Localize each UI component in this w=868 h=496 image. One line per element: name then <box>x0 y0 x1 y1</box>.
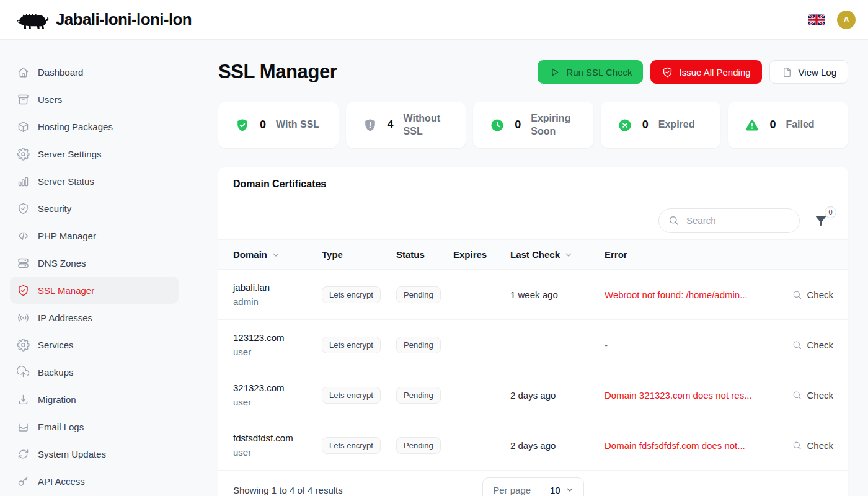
boar-icon <box>16 8 50 32</box>
check-button[interactable]: Check <box>774 340 833 350</box>
avatar[interactable]: A <box>837 11 856 29</box>
last-check-cell: 1 week ago <box>510 290 604 300</box>
domain-cell: 123123.com user <box>233 332 322 357</box>
table-header-row: DomainTypeStatusExpiresLast CheckError <box>218 240 848 270</box>
broadcast-icon <box>17 311 30 324</box>
sidebar-item-system-updates[interactable]: System Updates <box>10 440 179 467</box>
brand: Jabali-loni-loni-lon <box>16 8 192 32</box>
stat-label: Expiring Soon <box>531 112 586 138</box>
sidebar-item-email-logs[interactable]: Email Logs <box>10 413 179 440</box>
document-icon <box>781 66 793 78</box>
results-summary: Showing 1 to 4 of 4 results <box>233 485 482 495</box>
archive-icon <box>17 93 30 106</box>
sidebar-item-label: Migration <box>38 394 76 405</box>
search-box <box>658 208 800 233</box>
column-label: Status <box>396 249 425 260</box>
run-ssl-check-button[interactable]: Run SSL Check <box>538 60 643 84</box>
stat-card-failed: 0Failed <box>728 102 848 148</box>
column-header-expires: Expires <box>453 249 510 260</box>
per-page-select[interactable]: Per page 10 <box>482 477 584 496</box>
stat-value: 4 <box>388 118 394 131</box>
sidebar-item-ssl-manager[interactable]: SSL Manager <box>10 277 179 304</box>
topbar-right: A <box>808 11 856 29</box>
stat-card-without-ssl: 4Without SSL <box>346 102 466 148</box>
uk-flag-icon[interactable] <box>808 14 825 25</box>
type-badge: Lets encrypt <box>322 387 381 404</box>
search-icon <box>792 290 802 300</box>
search-input[interactable] <box>685 215 790 226</box>
domain-certificates-panel: Domain Certificates 0 DomainTypeStatusEx… <box>218 167 848 496</box>
main-content: SSL Manager Run SSL Check Issue All Pend… <box>218 40 848 496</box>
status-badge: Pending <box>396 387 441 404</box>
domain-owner: admin <box>233 296 322 307</box>
last-check-cell: 2 days ago <box>510 440 604 451</box>
sidebar-item-label: Server Status <box>38 176 94 187</box>
chevron-down-icon <box>271 250 281 260</box>
gear-icon <box>17 148 30 161</box>
sidebar-item-api-access[interactable]: API Access <box>10 467 179 495</box>
error-cell: Domain fdsfsdfdsf.com does not... <box>604 440 774 451</box>
shield-check-icon <box>17 284 30 297</box>
gear-icon <box>17 339 30 352</box>
inbox-icon <box>17 420 30 433</box>
stat-value: 0 <box>515 118 521 131</box>
issue-all-pending-button[interactable]: Issue All Pending <box>650 60 761 84</box>
sidebar-item-security[interactable]: Security <box>10 195 179 222</box>
check-button[interactable]: Check <box>774 440 833 451</box>
column-header-type: Type <box>322 249 396 260</box>
column-label: Type <box>322 249 343 260</box>
error-cell: Domain 321323.com does not res... <box>604 390 774 401</box>
status-badge: Pending <box>396 286 441 303</box>
type-badge: Lets encrypt <box>322 337 381 353</box>
sidebar-item-label: Backups <box>38 367 74 378</box>
cloud-upload-icon <box>17 366 30 379</box>
sidebar-item-server-settings[interactable]: Server Settings <box>10 140 179 167</box>
sidebar-item-services[interactable]: Services <box>10 331 179 358</box>
sidebar-item-server-status[interactable]: Server Status <box>10 167 179 195</box>
domain-owner: user <box>233 447 322 458</box>
shield-check-icon <box>17 202 30 215</box>
error-cell: Webroot not found: /home/admin... <box>604 290 774 300</box>
sidebar-item-dns-zones[interactable]: DNS Zones <box>10 249 179 277</box>
key-icon <box>17 475 30 488</box>
check-button[interactable]: Check <box>774 390 833 401</box>
sidebar-item-label: IP Addresses <box>38 312 92 323</box>
chevron-down-icon <box>564 250 574 260</box>
sidebar-item-backups[interactable]: Backups <box>10 358 179 386</box>
stat-label: With SSL <box>276 118 319 131</box>
sidebar-item-label: Dashboard <box>38 67 83 78</box>
table-footer: Showing 1 to 4 of 4 results Per page 10 <box>218 471 848 496</box>
domain-name: fdsfsdfdsf.com <box>233 433 322 443</box>
stat-card-expiring-soon: 0Expiring Soon <box>473 102 593 148</box>
shield-alert-fill-icon <box>363 118 378 133</box>
last-check-cell: 2 days ago <box>510 390 604 401</box>
sidebar-item-php-manager[interactable]: PHP Manager <box>10 222 179 249</box>
column-header-domain[interactable]: Domain <box>233 249 322 260</box>
stat-label: Without SSL <box>404 112 459 138</box>
sidebar-item-label: Hosting Packages <box>38 122 113 132</box>
clock-fill-icon <box>490 118 505 133</box>
search-icon <box>792 440 802 451</box>
status-cell: Pending <box>396 387 453 404</box>
column-header-error: Error <box>604 249 774 260</box>
table-body: jabali.lan admin Lets encrypt Pending 1 … <box>218 270 848 471</box>
sidebar-item-users[interactable]: Users <box>10 86 179 113</box>
topbar: Jabali-loni-loni-lon A <box>0 0 868 40</box>
stats-row: 0With SSL4Without SSL0Expiring Soon0Expi… <box>218 102 848 148</box>
sidebar-item-migration[interactable]: Migration <box>10 386 179 413</box>
sidebar-item-label: DNS Zones <box>38 258 86 268</box>
sidebar-item-label: SSL Manager <box>38 285 94 296</box>
check-button[interactable]: Check <box>774 290 833 300</box>
sidebar-item-hosting-packages[interactable]: Hosting Packages <box>10 113 179 140</box>
column-header-status: Status <box>396 249 453 260</box>
table-row: 123123.com user Lets encrypt Pending - C… <box>218 320 848 370</box>
sidebar-item-ip-addresses[interactable]: IP Addresses <box>10 304 179 331</box>
domain-cell: 321323.com user <box>233 383 322 407</box>
x-circle-fill-icon <box>618 118 632 133</box>
domain-name: 321323.com <box>233 383 322 393</box>
column-header-last-check[interactable]: Last Check <box>510 249 604 260</box>
status-cell: Pending <box>396 286 453 303</box>
sidebar-item-dashboard[interactable]: Dashboard <box>10 58 179 86</box>
view-log-button[interactable]: View Log <box>769 60 848 84</box>
check-label: Check <box>807 340 833 350</box>
